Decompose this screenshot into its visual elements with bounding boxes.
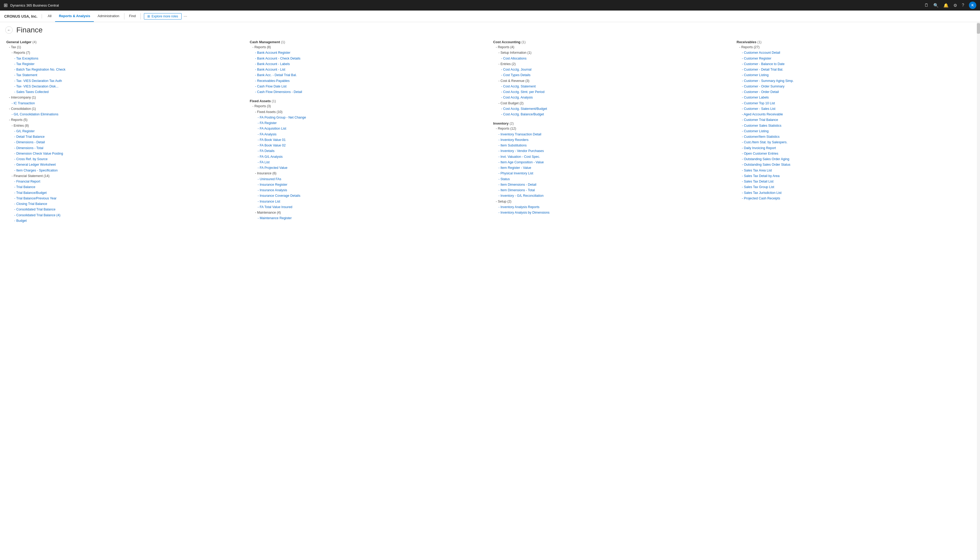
report-link[interactable]: - Cost Acctg. Balance/Budget <box>501 112 730 117</box>
tab-all[interactable]: All <box>44 10 55 22</box>
report-link[interactable]: - Consolidated Trial Balance (4) <box>14 213 244 218</box>
report-link[interactable]: - Physical Inventory List <box>498 171 730 176</box>
report-link[interactable]: - Customer/Item Statistics <box>742 134 974 140</box>
gear-icon[interactable]: ⚙ <box>953 3 957 8</box>
document-icon[interactable]: 🗒 <box>924 3 928 8</box>
report-link[interactable]: - Customer Labels <box>742 95 974 100</box>
report-link[interactable]: - Status <box>498 177 730 182</box>
report-link[interactable]: - FA Register <box>258 120 487 126</box>
report-link[interactable]: - Daily Invoicing Report <box>742 145 974 151</box>
report-link[interactable]: - Inventory Reorders <box>498 137 730 143</box>
bell-icon[interactable]: 🔔 <box>943 3 948 8</box>
report-link[interactable]: - Cost Acctg. Journal <box>501 67 730 72</box>
report-link[interactable]: - FA Total Value Insured <box>258 204 487 210</box>
report-link[interactable]: - Customer - Detail Trial Bal. <box>742 67 974 72</box>
report-link[interactable]: - Insurance List <box>258 199 487 204</box>
explore-more-roles-button[interactable]: ⊞ Explore more roles <box>144 13 182 20</box>
report-link[interactable]: - Item Register - Value <box>498 165 730 171</box>
report-link[interactable]: - Aged Accounts Receivable <box>742 112 974 117</box>
report-link[interactable]: - Outstanding Sales Order Aging <box>742 157 974 162</box>
report-link[interactable]: - FA Details <box>258 148 487 154</box>
report-link[interactable]: - Trial Balance/Budget <box>14 190 244 196</box>
report-link[interactable]: - Sales Taxes Collected <box>14 89 244 95</box>
report-link[interactable]: - Invt. Valuation - Cost Spec. <box>498 154 730 160</box>
avatar[interactable]: K <box>969 2 976 9</box>
report-link[interactable]: - Cust./Item Stat. by Salespers. <box>742 140 974 145</box>
report-link[interactable]: - Insurance Analysis <box>258 188 487 193</box>
report-link[interactable]: - Bank Account Register <box>255 50 487 56</box>
report-link[interactable]: - Inventory Transaction Detail <box>498 132 730 137</box>
report-link[interactable]: - Tax- VIES Declaration Disk... <box>14 84 244 89</box>
report-link[interactable]: - Outstanding Sales Order Status <box>742 162 974 168</box>
report-link[interactable]: - Item Age Composition - Value <box>498 160 730 165</box>
report-link[interactable]: - Item Dimensions - Detail <box>498 182 730 188</box>
report-link[interactable]: - Customer - Summary Aging Simp. <box>742 78 974 84</box>
scrollbar-thumb[interactable] <box>977 23 980 34</box>
report-link[interactable]: - Cost Allocations <box>501 56 730 62</box>
tab-reports-analysis[interactable]: Reports & Analysis <box>55 10 94 22</box>
report-link[interactable]: - FA Analysis <box>258 132 487 137</box>
report-link[interactable]: - Maintenance Register <box>258 215 487 221</box>
report-link[interactable]: - Customer Account Detail <box>742 50 974 56</box>
report-link[interactable]: - Receivables-Payables <box>255 78 487 84</box>
report-link[interactable]: - Sales Tax Detail List <box>742 179 974 184</box>
report-link[interactable]: - FA Book Value 02 <box>258 143 487 148</box>
report-link[interactable]: - Customer - Sales List <box>742 106 974 112</box>
more-options-button[interactable]: ··· <box>182 14 189 19</box>
report-link[interactable]: - General Ledger Worksheet <box>14 162 244 168</box>
report-link[interactable]: - Cash Flow Dimensions - Detail <box>255 89 487 95</box>
report-link[interactable]: - Trial Balance/Previous Year <box>14 196 244 201</box>
report-link[interactable]: - Consolidated Trial Balance <box>14 207 244 212</box>
report-link[interactable]: - Sales Tax Area List <box>742 168 974 173</box>
report-link[interactable]: - Open Customer Entries <box>742 151 974 157</box>
report-link[interactable]: - Inventory - G/L Reconciliation <box>498 193 730 198</box>
report-link[interactable]: - FA Acquisition List <box>258 126 487 132</box>
search-icon[interactable]: 🔍 <box>933 3 938 8</box>
report-link[interactable]: - Cost Types Details <box>501 72 730 78</box>
report-link[interactable]: - Cross Ref. by Source <box>14 157 244 162</box>
report-link[interactable]: - Dimensions - Total <box>14 145 244 151</box>
report-link[interactable]: - FA Projected Value <box>258 165 487 171</box>
report-link[interactable]: - G/L Register <box>14 128 244 134</box>
report-link[interactable]: - G/L Consolidation Eliminations <box>12 112 244 117</box>
report-link[interactable]: - Customer - Balance to Date <box>742 62 974 67</box>
report-link[interactable]: - Detail Trial Balance <box>14 134 244 140</box>
report-link[interactable]: - FA Posting Group - Net Change <box>258 115 487 120</box>
report-link[interactable]: - FA G/L Analysis <box>258 154 487 160</box>
report-link[interactable]: - Customer - Order Detail <box>742 89 974 95</box>
report-link[interactable]: - Tax Register <box>14 62 244 67</box>
report-link[interactable]: - Trial Balance <box>14 184 244 190</box>
report-link[interactable]: - Batch Tax Registration No. Check <box>14 67 244 72</box>
report-link[interactable]: - Item Substitutions <box>498 143 730 148</box>
report-link[interactable]: - Cost Acctg. Statement <box>501 84 730 89</box>
report-link[interactable]: - Customer Listing <box>742 128 974 134</box>
report-link[interactable]: - Bank Acc. - Detail Trial Bal. <box>255 72 487 78</box>
report-link[interactable]: - Item Charges - Specification <box>14 168 244 173</box>
report-link[interactable]: - Tax- VIES Declaration Tax Auth <box>14 78 244 84</box>
report-link[interactable]: - Sales Tax Detail by Area <box>742 173 974 179</box>
report-link[interactable]: - Customer Trial Balance <box>742 117 974 123</box>
report-link[interactable]: - Item Dimensions - Total <box>498 188 730 193</box>
report-link[interactable]: - Tax Exceptions <box>14 56 244 62</box>
report-link[interactable]: - Customer Top 10 List <box>742 101 974 106</box>
report-link[interactable]: - Inventory - Vendor Purchases <box>498 148 730 154</box>
report-link[interactable]: - Closing Trial Balance <box>14 201 244 207</box>
report-link[interactable]: - Budget <box>14 218 244 223</box>
report-link[interactable]: - Sales Tax Jurisdiction List <box>742 190 974 196</box>
back-button[interactable]: ← <box>5 26 13 34</box>
report-link[interactable]: - Uninsured FAs <box>258 177 487 182</box>
report-link[interactable]: - Customer - Order Summary <box>742 84 974 89</box>
report-link[interactable]: - Projected Cash Receipts <box>742 196 974 201</box>
help-icon[interactable]: ? <box>962 3 964 8</box>
report-link[interactable]: - Inventory Analysis by Dimensions <box>498 210 730 215</box>
report-link[interactable]: - FA List <box>258 160 487 165</box>
report-link[interactable]: - Bank Account - Check Details <box>255 56 487 62</box>
report-link[interactable]: - Bank Account - List <box>255 67 487 72</box>
report-link[interactable]: - Sales Tax Group List <box>742 184 974 190</box>
report-link[interactable]: - Tax Statement <box>14 72 244 78</box>
report-link[interactable]: - Cost Acctg. Statement/Budget <box>501 106 730 112</box>
report-link[interactable]: - FA Book Value 01 <box>258 137 487 143</box>
report-link[interactable]: - Dimension Check Value Posting <box>14 151 244 157</box>
tab-find[interactable]: Find <box>125 10 139 22</box>
report-link[interactable]: - Inventory Analysis Reports <box>498 204 730 210</box>
